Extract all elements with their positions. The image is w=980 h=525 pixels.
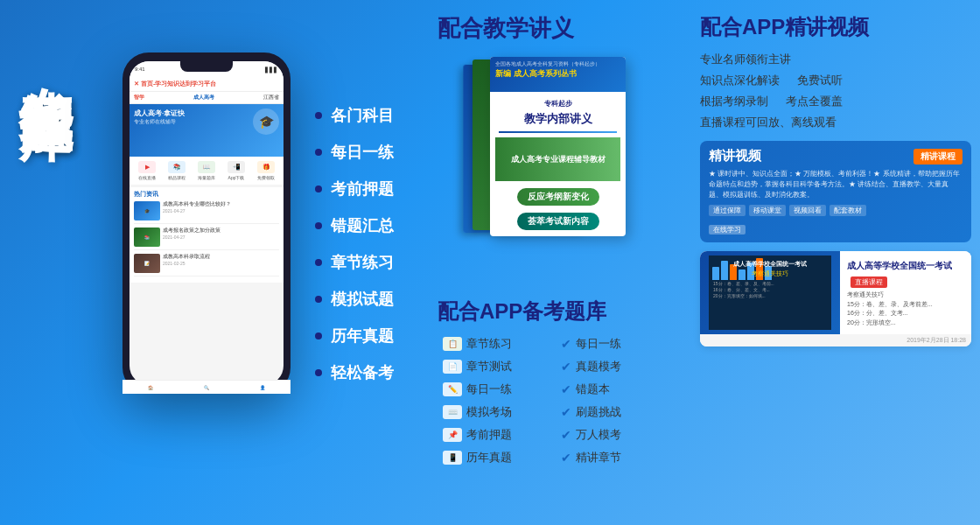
check-mark-4: ✔ [561, 405, 571, 419]
video-tag-4: 配套教材 [830, 205, 866, 216]
live-card-header: 成人高等学校全国统一考试 直播课程 [847, 256, 964, 288]
feature-dot-2 [315, 149, 322, 156]
feature-label-2: 每日一练 [331, 142, 394, 163]
phone-icon-app-label: App下载 [228, 175, 245, 180]
live-subtitle: 考察通关技巧 [710, 270, 830, 278]
live-badge: 直播课程 [850, 276, 887, 288]
feature-label-1: 各门科目 [331, 105, 394, 126]
phone-news-img-3: 📝 [134, 254, 160, 273]
phone-news-text-1: 成教高本科专业哪些比较好？ [163, 201, 231, 207]
feature-dot-7 [315, 332, 322, 340]
live-card-inner: 成人高等学校全国统一考试 考察通关技巧 15分：卷、差、录、及、考前... 16… [700, 251, 971, 334]
book-cover-subtitle: 新编 成人高考系列丛书 [495, 68, 620, 80]
study-label-chapter: 章节练习 [466, 336, 512, 352]
live-card-text-area: 成人高等学校全国统一考试 考察通关技巧 15分：卷、差、录、及、考前... 16… [710, 260, 830, 299]
phone-news-content-2: 成考报名政策之加分政策 2021-04-27 [163, 228, 220, 247]
check-mark-5: ✔ [561, 428, 571, 442]
feature-item-2: 每日一练 [315, 142, 429, 163]
phone-icon-free: 🎁 免费领取 [257, 161, 275, 180]
right-feature-2b: 免费试听 [797, 73, 843, 88]
check-label-5: 万人模考 [576, 427, 621, 443]
phone-mockup: 9:41 ▋▋▋ ✕ 首页-学习知识达到学习平台 智学 成人高考 江西省 成人高… [122, 18, 298, 508]
check-mark-2: ✔ [561, 360, 571, 374]
phone-icon-app-img: 📲 [228, 161, 245, 173]
right-feature-3a: 根据考纲录制 [700, 94, 768, 109]
phone-news-img-1: 🎓 [134, 201, 160, 220]
study-icon-daily: ✏️ [443, 382, 462, 396]
feature-label-3: 考前押题 [331, 178, 394, 200]
right-section: 配合APP精讲视频 专业名师领衔主讲 知识点深化解读 免费试听 根据考纲录制 考… [700, 0, 971, 346]
phone-location: 江西省 [263, 94, 279, 102]
phone-outer: 9:41 ▋▋▋ ✕ 首页-学习知识达到学习平台 智学 成人高考 江西省 成人高… [122, 52, 290, 394]
video-card-left: 精讲视频 精讲课程 ★ 课时讲中、知识点全面；★ 万能模板、考前利器！★ 系统精… [709, 148, 962, 235]
video-card-tags: 通过保障 移动课堂 视频回看 配套教材 [709, 205, 962, 216]
phone-news-img-2: 📚 [134, 228, 160, 247]
feature-item-7: 历年真题 [315, 326, 429, 346]
phone-icon-live-img: ▶ [138, 161, 156, 173]
feature-label-4: 错题汇总 [331, 215, 394, 236]
book-series: 全国各地成人高考全科复习资料（专科起步） [495, 60, 620, 68]
book-stripe-text: 成人高考专业课程辅导教材 [511, 154, 606, 165]
phone-news: 热门资讯 🎓 成教高本科专业哪些比较好？ 2021-04-27 📚 成考报名政策… [130, 187, 284, 283]
phone-bottom-home[interactable]: 🏠 [148, 385, 153, 386]
phone-news-item-3: 📝 成教高本科录取流程 2021-02-25 [134, 254, 279, 276]
live-card-bottom: 2019年2月28日 18:28 [700, 334, 971, 346]
feature-item-8: 轻松备考 [315, 362, 429, 383]
book-green-stripe: 成人高考专业课程辅导教材 [495, 137, 620, 181]
book-cover: 全国各地成人高考全科复习资料（专科起步） 新编 成人高考系列丛书 专科起步 教学… [490, 57, 626, 236]
phone-icon-free-img: 🎁 [257, 161, 275, 173]
check-label-4: 刷题挑战 [576, 404, 621, 420]
right-feature-line-2: 知识点深化解读 免费试听 [700, 73, 971, 88]
check-mark-3: ✔ [561, 382, 571, 396]
phone-banner-icon: 🎓 [253, 108, 279, 135]
study-item-test: 📄 章节测试 [438, 355, 556, 378]
study-right-col: ✔ 每日一练 ✔ 真题模考 ✔ 错题本 ✔ 刷题挑战 ✔ 万人模考 ✔ 精讲章节 [556, 332, 674, 469]
phone-bottom-search[interactable]: 🔍 [204, 385, 209, 386]
phone-bottom-user[interactable]: 👤 [260, 385, 265, 386]
live-card-screen: 成人高等学校全国统一考试 考察通关技巧 15分：卷、差、录、及、考前... 16… [709, 256, 831, 330]
main-title-section: 在线智能题库 [18, 44, 131, 65]
phone-news-title: 热门资讯 [134, 190, 279, 199]
phone-icon-course-img: 📚 [168, 161, 186, 173]
check-item-6: ✔ 精讲章节 [556, 446, 674, 469]
check-label-1: 每日一练 [576, 336, 621, 352]
badge-2: 荟萃考试新内容 [517, 213, 599, 230]
phone-news-text-2: 成考报名政策之加分政策 [163, 228, 220, 234]
study-icon-past: 📱 [443, 451, 462, 465]
video-card-footer: 在线学习 [709, 220, 962, 235]
feature-dot-1 [315, 112, 322, 119]
video-tag-3: 视频回看 [789, 205, 826, 216]
phone-icon-live: ▶ 在线直播 [138, 161, 156, 180]
right-title: 配合APP精讲视频 [700, 0, 971, 41]
live-card-info: 考察通关技巧 15分：卷、差、录、及考前差... 16分：分、差、文考... 2… [847, 290, 964, 327]
feature-dot-3 [315, 186, 322, 192]
feature-dot-4 [315, 222, 322, 229]
check-item-4: ✔ 刷题挑战 [556, 401, 674, 424]
phone-news-date-3: 2021-02-25 [163, 261, 210, 266]
phone-news-date-1: 2021-04-27 [163, 208, 231, 214]
study-item-past: 📱 历年真题 [438, 446, 556, 469]
phone-nav: 成人高考 [193, 94, 214, 102]
phone-icon-live-label: 在线直播 [138, 175, 156, 180]
feature-item-1: 各门科目 [315, 105, 429, 126]
feature-item-3: 考前押题 [315, 178, 429, 200]
live-card-time: 2019年2月28日 18:28 [906, 336, 966, 345]
live-title: 成人高等学校全国统一考试 [710, 260, 830, 269]
feature-list: 各门科目 每日一练 考前押题 错题汇总 章节练习 模拟试题 历年真题 轻松备考 [315, 105, 429, 399]
phone-news-content-1: 成教高本科专业哪些比较好？ 2021-04-27 [163, 201, 231, 220]
video-tag-1: 通过保障 [709, 205, 746, 216]
right-feature-line-1: 专业名师领衔主讲 [700, 52, 971, 67]
right-feature-4: 直播课程可回放、离线观看 [700, 115, 836, 130]
textbook-section: 配合教学讲义 全国各地成人高考全科复习资料（专科起步） 新编 成人高考系列丛书 … [438, 0, 665, 245]
phone-banner: 成人高考·拿证快 专业名师在线辅导 🎓 [130, 104, 284, 157]
check-item-3: ✔ 错题本 [556, 378, 674, 401]
right-feature-line-3: 根据考纲录制 考点全覆盖 [700, 94, 971, 109]
app-study-section: 配合APP备考题库 📋 章节练习 📄 章节测试 ✏️ 每日一练 ⌨️ 模拟考场 … [438, 298, 674, 469]
live-card-right: 成人高等学校全国统一考试 直播课程 考察通关技巧 15分：卷、差、录、及考前差.… [840, 251, 971, 334]
study-label-daily: 每日一练 [466, 382, 512, 397]
feature-dot-5 [315, 259, 322, 266]
study-label-pre: 考前押题 [466, 427, 512, 443]
study-item-mock: ⌨️ 模拟考场 [438, 401, 556, 424]
phone-icons-row: ▶ 在线直播 📚 精品课程 📖 海量题库 📲 App下载 🎁 免费领 [130, 157, 284, 185]
phone-notch [180, 61, 233, 72]
